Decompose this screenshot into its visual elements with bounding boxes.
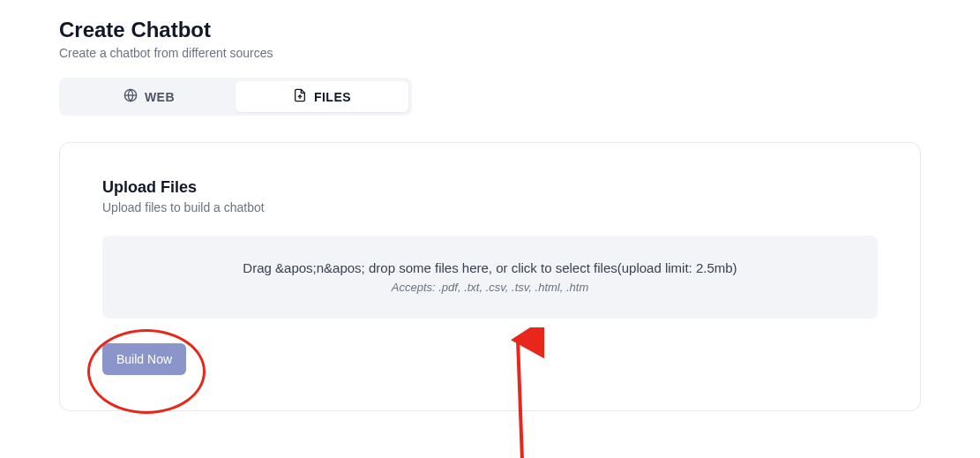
- tabs-group: WEB FILES: [59, 78, 412, 116]
- page-subtitle: Create a chatbot from different sources: [59, 46, 921, 60]
- build-now-button[interactable]: Build Now: [102, 343, 186, 375]
- tab-files[interactable]: FILES: [236, 81, 408, 112]
- upload-card: Upload Files Upload files to build a cha…: [59, 142, 921, 411]
- tab-web-label: WEB: [145, 90, 175, 104]
- tab-files-label: FILES: [314, 90, 351, 104]
- globe-icon: [123, 88, 138, 105]
- file-dropzone[interactable]: Drag &apos;n&apos; drop some files here,…: [102, 236, 878, 319]
- dropzone-accepts: Accepts: .pdf, .txt, .csv, .tsv, .html, …: [120, 281, 860, 294]
- file-upload-icon: [293, 88, 307, 105]
- upload-title: Upload Files: [102, 178, 878, 197]
- tab-web[interactable]: WEB: [63, 81, 236, 112]
- page-title: Create Chatbot: [59, 18, 921, 42]
- dropzone-instructions: Drag &apos;n&apos; drop some files here,…: [120, 260, 860, 275]
- upload-subtitle: Upload files to build a chatbot: [102, 200, 878, 214]
